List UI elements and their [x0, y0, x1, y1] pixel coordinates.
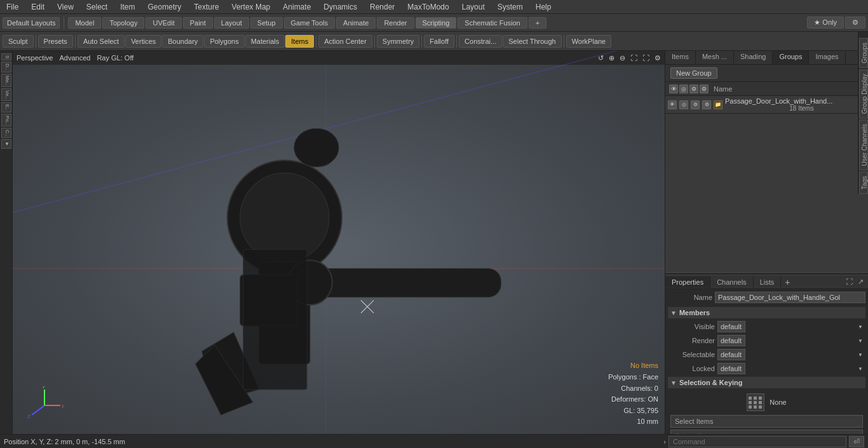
menu-item-geometry[interactable]: Geometry — [142, 1, 188, 13]
new-group-button[interactable]: New Group — [670, 67, 717, 79]
locked-select[interactable]: defaultonoff — [717, 363, 745, 374]
tab-animate[interactable]: Animate — [336, 17, 376, 29]
menu-item-dynamics[interactable]: Dynamics — [317, 1, 363, 13]
tab-schematicfusion[interactable]: Schematic Fusion — [458, 17, 527, 29]
locked-label: Locked — [670, 365, 715, 372]
menu-item-select[interactable]: Select — [80, 1, 114, 13]
left-tab-c[interactable]: C.. — [1, 128, 11, 138]
workplane-button[interactable]: WorkPlane — [566, 35, 612, 48]
group-item-icon-lock[interactable]: ⚙ — [691, 100, 700, 109]
tab-mesh[interactable]: Mesh ... — [696, 51, 734, 64]
ray-gl-label[interactable]: Ray GL: Off — [97, 54, 133, 62]
props-ctrl-float[interactable]: ↗ — [856, 277, 865, 287]
constraints-button[interactable]: Constrai... — [459, 35, 502, 48]
menu-item-view[interactable]: View — [51, 1, 80, 13]
settings-icon[interactable]: ⚙ — [845, 17, 865, 29]
materials-button[interactable]: Materials — [245, 35, 285, 48]
viewport[interactable]: Perspective Advanced Ray GL: Off ↺ ⊕ ⊖ ⛶… — [13, 51, 665, 434]
props-ctrl-expand[interactable]: ⛶ — [844, 277, 855, 287]
menu-item-system[interactable]: System — [491, 1, 529, 13]
viewport-canvas[interactable]: X Y Z No Items Polygons : Face Channels:… — [13, 65, 665, 434]
falloff-button[interactable]: Falloff — [424, 35, 454, 48]
items-button[interactable]: Items — [285, 35, 314, 48]
props-tab-channels[interactable]: Channels — [710, 276, 753, 288]
props-tab-properties[interactable]: Properties — [665, 276, 710, 288]
settings2-icon[interactable]: ⚙ — [654, 54, 661, 62]
menu-item-help[interactable]: Help — [529, 1, 558, 13]
presets-button[interactable]: Presets — [38, 35, 73, 48]
side-tab-groups[interactable]: Groups — [859, 38, 868, 68]
keying-section-header[interactable]: ▼ Selection & Keying — [668, 377, 865, 388]
zoom-in-icon[interactable]: ⊕ — [609, 54, 614, 62]
eye-icon[interactable]: 👁 — [669, 85, 678, 93]
tab-topology[interactable]: Topology — [102, 17, 144, 29]
render-icon[interactable]: ◎ — [679, 85, 688, 93]
tab-gametools[interactable]: Game Tools — [284, 17, 336, 29]
left-tab-arrow[interactable]: ▼ — [1, 139, 11, 149]
tab-images[interactable]: Images — [809, 51, 845, 64]
perspective-label[interactable]: Perspective — [17, 54, 53, 62]
group-item[interactable]: 👁 ◎ ⚙ ⚙ 📁 Passage_Door_Lock_with_Hand...… — [665, 96, 868, 114]
vertices-button[interactable]: Vertices — [125, 35, 161, 48]
add-tab-icon[interactable]: + — [529, 17, 546, 29]
props-tab-lists[interactable]: Lists — [754, 276, 782, 288]
members-section-header[interactable]: ▼ Members — [668, 307, 865, 318]
tab-groups[interactable]: Groups — [773, 51, 809, 64]
left-tab-vert[interactable]: Ve.. — [1, 88, 11, 101]
side-tab-user-channels[interactable]: User Channels — [859, 119, 868, 170]
group-item-icon-eye[interactable]: 👁 — [668, 100, 677, 109]
group-item-icon-config[interactable]: ⚙ — [702, 100, 711, 109]
group-item-icon-render[interactable]: ◎ — [679, 100, 688, 109]
tab-render[interactable]: Render — [377, 17, 414, 29]
tab-model[interactable]: Model — [68, 17, 101, 29]
left-tab-s[interactable]: S — [1, 53, 11, 60]
left-tab-e[interactable]: E.. — [1, 102, 11, 112]
sculpt-button[interactable]: Sculpt — [3, 35, 34, 48]
left-tab-dup[interactable]: D.. — [1, 62, 11, 72]
side-tab-tags[interactable]: Tags — [859, 172, 868, 194]
layouts-dropdown[interactable]: Default Layouts — [3, 17, 60, 29]
tab-layout[interactable]: Layout — [214, 17, 249, 29]
advanced-label[interactable]: Advanced — [59, 54, 90, 62]
select-through-button[interactable]: Select Through — [503, 35, 561, 48]
maximize-icon[interactable]: ⛶ — [642, 54, 649, 62]
boundary-button[interactable]: Boundary — [162, 35, 203, 48]
tab-items[interactable]: Items — [665, 51, 696, 64]
tab-setup[interactable]: Setup — [250, 17, 283, 29]
auto-select-button[interactable]: Auto Select — [78, 35, 125, 48]
menu-item-texture[interactable]: Texture — [187, 1, 225, 13]
side-tab-group-display[interactable]: Group Display — [859, 69, 868, 118]
lock-icon[interactable]: ⚙ — [689, 85, 698, 93]
tab-uvedit[interactable]: UVEdit — [146, 17, 181, 29]
config-icon[interactable]: ⚙ — [700, 85, 709, 93]
tab-scripting[interactable]: Scripting — [416, 17, 457, 29]
dot-6 — [759, 401, 762, 404]
name-input[interactable] — [715, 292, 865, 303]
menu-item-layout[interactable]: Layout — [456, 1, 491, 13]
polygons-button[interactable]: Polygons — [204, 35, 244, 48]
menu-item-file[interactable]: File — [0, 1, 25, 13]
render-select[interactable]: defaultonoff — [717, 335, 745, 346]
menu-item-maxtomodo[interactable]: MaxToModo — [401, 1, 455, 13]
menu-item-vertexmap[interactable]: Vertex Map — [226, 1, 277, 13]
only-label[interactable]: ★ Only — [807, 17, 844, 29]
add-props-tab-icon[interactable]: + — [781, 276, 794, 288]
command-submit-button[interactable]: ⏎ — [849, 436, 864, 447]
menu-item-item[interactable]: Item — [114, 1, 141, 13]
menu-item-render[interactable]: Render — [363, 1, 401, 13]
action-center-button[interactable]: Action Center — [318, 35, 372, 48]
symmetry-button[interactable]: Symmetry — [377, 35, 420, 48]
menu-item-animate[interactable]: Animate — [276, 1, 317, 13]
selectable-select[interactable]: defaultonoff — [717, 349, 745, 360]
left-tab-pol[interactable]: Po.. — [1, 114, 11, 126]
zoom-out-icon[interactable]: ⊖ — [620, 54, 625, 62]
select-items-button[interactable]: Select Items — [670, 415, 863, 428]
visible-select[interactable]: defaultonoff — [717, 321, 745, 332]
menu-item-edit[interactable]: Edit — [25, 1, 51, 13]
tab-shading[interactable]: Shading — [734, 51, 773, 64]
fit-icon[interactable]: ⛶ — [630, 54, 637, 62]
command-input[interactable] — [668, 436, 846, 447]
select-channels-button[interactable]: Select Channels — [670, 430, 863, 434]
tab-paint[interactable]: Paint — [183, 17, 213, 29]
left-tab-mesh[interactable]: Me.. — [1, 74, 11, 88]
